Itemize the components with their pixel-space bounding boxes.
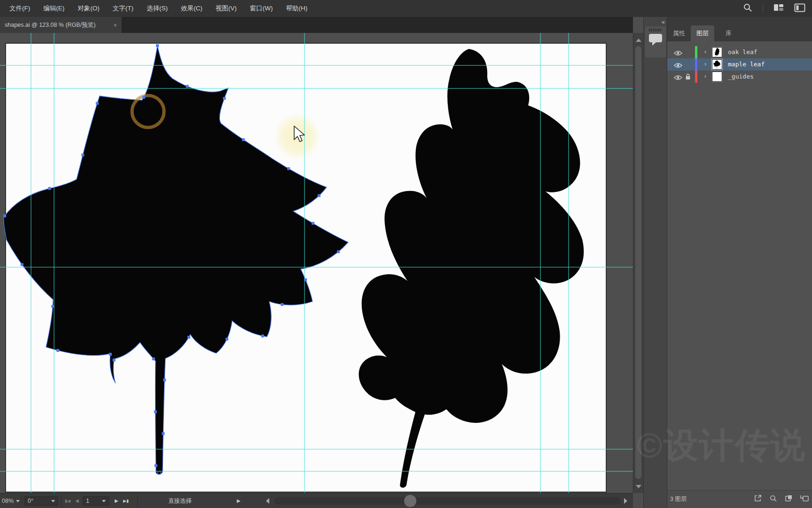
expand-chevron-icon[interactable]: › — [702, 48, 709, 55]
clipping-mask-icon[interactable] — [785, 494, 793, 504]
tab-properties[interactable]: 属性 — [667, 25, 691, 41]
layer-name[interactable]: maple leaf — [728, 61, 765, 68]
watermark-text: ©设计传说 — [637, 422, 812, 469]
layer-row-maple-leaf[interactable]: › maple leaf — [667, 58, 812, 71]
menu-window[interactable]: 窗口(W) — [243, 0, 280, 17]
layer-thumbnail[interactable] — [712, 59, 722, 70]
chevron-down-icon — [102, 500, 106, 502]
illustrator-window: 文件(F) 编辑(E) 对象(O) 文字(T) 选择(S) 效果(C) 视图(V… — [0, 0, 812, 508]
first-artboard-button[interactable]: ▮◀ — [65, 493, 70, 508]
collect-for-export-icon[interactable] — [754, 494, 762, 504]
rotation-control[interactable]: 0° — [24, 496, 58, 506]
tab-layers[interactable]: 图层 — [691, 25, 714, 41]
visibility-eye-icon[interactable] — [674, 74, 682, 82]
menu-select[interactable]: 选择(S) — [140, 0, 174, 17]
next-artboard-button[interactable]: ▶ — [115, 493, 118, 508]
canvas-area[interactable] — [0, 33, 633, 493]
panel-tab-bar: 属性 图层 库 — [667, 17, 812, 41]
layer-list: › oak leaf › maple leaf — [667, 46, 812, 83]
expand-chevron-icon[interactable]: › — [702, 60, 709, 67]
status-play-icon[interactable]: ▶ — [237, 493, 241, 508]
layer-color-bar — [695, 58, 697, 71]
scroll-up-icon[interactable] — [636, 39, 641, 42]
workspace-switcher-icon[interactable] — [773, 3, 784, 14]
horizontal-scrollbar[interactable] — [274, 497, 620, 505]
menu-view[interactable]: 视图(V) — [209, 0, 243, 17]
menu-items: 文件(F) 编辑(E) 对象(O) 文字(T) 选择(S) 效果(C) 视图(V… — [0, 0, 314, 17]
last-artboard-button[interactable]: ▶▮ — [123, 493, 129, 508]
menu-file[interactable]: 文件(F) — [3, 0, 37, 17]
menu-help[interactable]: 帮助(H) — [279, 0, 314, 17]
zoom-level-control[interactable]: 08% — [2, 493, 20, 508]
comments-panel-button[interactable] — [645, 26, 666, 57]
scroll-left-icon[interactable] — [266, 498, 269, 504]
visibility-eye-icon[interactable] — [674, 62, 682, 70]
document-setup-icon[interactable] — [794, 3, 805, 14]
layer-color-bar — [695, 46, 697, 58]
horizontal-scrollbar-thumb[interactable] — [404, 495, 416, 507]
status-bar: 08% 0° ▮◀ ◀ 1 ▶ ▶▮ 直接选择 ▶ — [0, 493, 633, 508]
layer-thumbnail[interactable] — [712, 47, 722, 57]
document-tab-bar: shapes.ai @ 123.08 % (RGB/预览) × — [0, 17, 633, 33]
expand-panels-icon[interactable]: « — [662, 19, 664, 25]
menu-bar: 文件(F) 编辑(E) 对象(O) 文字(T) 选择(S) 效果(C) 视图(V… — [0, 0, 812, 17]
tab-libraries[interactable]: 库 — [720, 25, 737, 41]
layer-color-bar — [695, 71, 697, 83]
tab-close-icon[interactable]: × — [113, 22, 117, 29]
menu-object[interactable]: 对象(O) — [71, 0, 106, 17]
scroll-right-icon[interactable] — [624, 498, 627, 504]
chevron-down-icon — [51, 500, 55, 502]
menu-effect[interactable]: 效果(C) — [174, 0, 209, 17]
comment-bubble-icon — [648, 33, 663, 46]
layer-thumbnail[interactable] — [712, 71, 722, 82]
menu-edit[interactable]: 编辑(E) — [37, 0, 71, 17]
expand-chevron-icon[interactable]: › — [702, 72, 709, 79]
menu-type[interactable]: 文字(T) — [106, 0, 140, 17]
locate-object-icon[interactable] — [769, 494, 777, 504]
artboard-number-field[interactable]: 1 — [83, 496, 109, 506]
layers-panel-footer: 3 图层 — [667, 490, 812, 508]
visibility-eye-icon[interactable] — [674, 49, 682, 58]
scroll-down-icon[interactable] — [636, 485, 641, 488]
chevron-down-icon — [16, 500, 20, 502]
layer-row-oak-leaf[interactable]: › oak leaf — [667, 46, 812, 58]
current-tool-label: 直接选择 — [168, 493, 192, 508]
new-sublayer-icon[interactable] — [800, 494, 809, 504]
document-tab[interactable]: shapes.ai @ 123.08 % (RGB/预览) × — [0, 17, 122, 33]
lock-icon[interactable] — [685, 73, 691, 82]
dock-grip-icon — [649, 29, 661, 32]
layer-row-guides[interactable]: › _guides — [667, 71, 812, 83]
document-tab-title: shapes.ai @ 123.08 % (RGB/预览) — [5, 21, 110, 29]
search-icon[interactable] — [743, 3, 752, 14]
menubar-divider — [763, 4, 763, 13]
layer-name[interactable]: _guides — [728, 73, 754, 80]
previous-artboard-button[interactable]: ◀ — [75, 493, 79, 508]
layer-name[interactable]: oak leaf — [728, 48, 757, 56]
layer-count-label: 3 图层 — [670, 495, 687, 503]
vertical-scrollbar-thumb[interactable] — [635, 46, 641, 479]
